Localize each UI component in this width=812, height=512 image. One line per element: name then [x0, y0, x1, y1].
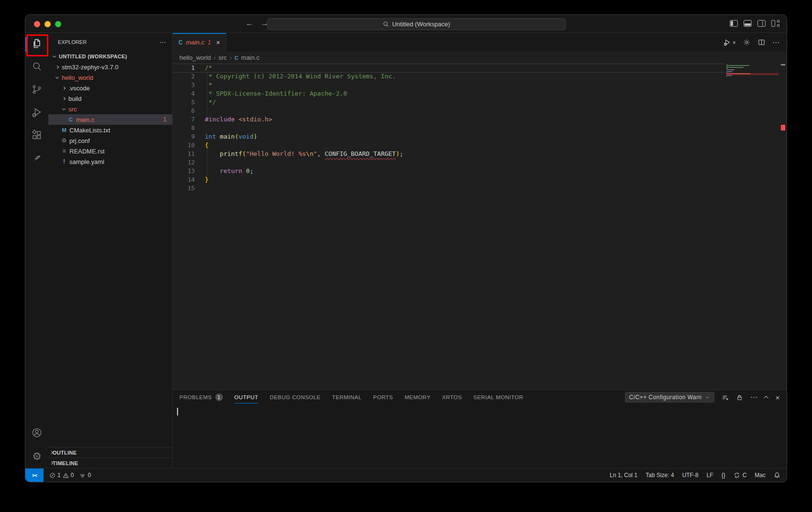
tree-item-stm32-zephyr-v3-7-0[interactable]: stm32-zephyr-v3.7.0: [48, 62, 172, 72]
activity-item-run-debug[interactable]: [25, 102, 48, 125]
tree-item-sample-yaml[interactable]: !sample.yaml: [48, 156, 172, 167]
close-window-button[interactable]: [34, 21, 40, 27]
panel-tab-xrtos[interactable]: XRTOS: [442, 390, 462, 404]
tree-item--vscode[interactable]: .vscode: [48, 83, 172, 93]
gear-file-icon: ⚙: [60, 137, 68, 144]
lock-icon[interactable]: [736, 394, 743, 401]
minimap[interactable]: [725, 64, 779, 390]
breadcrumb-item[interactable]: main.c: [241, 54, 259, 61]
tree-item-readme-rst[interactable]: ≡README.rst: [48, 146, 172, 156]
minimize-window-button[interactable]: [44, 21, 51, 27]
dropdown-label: C/C++ Configuration Warn: [629, 394, 702, 401]
navigate-back-button[interactable]: ←: [245, 19, 254, 28]
activity-item-search[interactable]: [25, 56, 48, 79]
tree-item-label: main.c: [76, 116, 94, 123]
cursor-position[interactable]: Ln 1, Col 1: [610, 472, 637, 479]
panel-tab-problems[interactable]: PROBLEMS1: [179, 390, 223, 404]
c-file-icon: C: [67, 117, 75, 122]
line-number: 8: [173, 124, 205, 132]
tree-item-main-c[interactable]: Cmain.c1: [48, 114, 172, 125]
section-label: TIMELINE: [53, 460, 78, 466]
bell-icon[interactable]: [774, 472, 780, 479]
code-editor[interactable]: 1/*2 * Copyright (c) 2012-2014 Wind Rive…: [173, 64, 787, 390]
tree-item-cmakelists-txt[interactable]: MCMakeLists.txt: [48, 125, 172, 135]
section-outline[interactable]: OUTLINE: [48, 447, 172, 458]
line-number: 12: [173, 158, 205, 167]
breadcrumb-item[interactable]: hello_world: [179, 54, 211, 61]
close-panel-icon[interactable]: ×: [776, 393, 780, 402]
eol-indicator[interactable]: LF: [707, 472, 713, 479]
activity-item-settings[interactable]: ⚙: [25, 445, 48, 468]
tree-item-prj-conf[interactable]: ⚙prj.conf: [48, 135, 172, 146]
language-mode[interactable]: C: [734, 472, 747, 479]
panel-tab-debug-console[interactable]: DEBUG CONSOLE: [270, 390, 321, 404]
chevron-down-icon: [50, 55, 58, 58]
panel-tab-ports[interactable]: PORTS: [373, 390, 393, 404]
more-actions-icon[interactable]: ⋯: [772, 38, 780, 47]
panel-tab-badge: 1: [215, 393, 223, 401]
warning-count: 0: [71, 472, 74, 479]
command-center-search[interactable]: Untitled (Workspace): [267, 18, 566, 30]
code-line-11[interactable]: 11 printf("Hello World! %s\n", CONFIG_BO…: [173, 150, 787, 158]
gear-icon[interactable]: [743, 38, 751, 46]
activity-item-source-control[interactable]: [25, 79, 48, 102]
panel-tab-terminal[interactable]: TERMINAL: [332, 390, 362, 404]
braces-indicator[interactable]: {}: [722, 472, 725, 479]
breadcrumb-item[interactable]: src: [219, 54, 227, 61]
code-line-3[interactable]: 3 *: [173, 81, 787, 89]
tab-main-c[interactable]: C main.c 1 ×: [173, 33, 226, 52]
customize-layout-icon[interactable]: [771, 20, 780, 27]
tree-item-src[interactable]: src: [48, 104, 172, 114]
toggle-secondary-sidebar-icon[interactable]: [757, 20, 766, 27]
maximize-window-button[interactable]: [55, 21, 61, 27]
remote-indicator[interactable]: ><: [25, 468, 44, 482]
panel-tab-output[interactable]: OUTPUT: [234, 390, 258, 404]
tab-close-icon[interactable]: ×: [216, 39, 220, 46]
tree-item-build[interactable]: build: [48, 93, 172, 104]
code-line-9[interactable]: 9int main(void): [173, 132, 787, 141]
code-line-15[interactable]: 15: [173, 184, 787, 193]
activity-item-extensions[interactable]: [25, 125, 48, 148]
activity-item-accounts[interactable]: [25, 422, 48, 445]
activity-item-zephyr[interactable]: [25, 148, 48, 171]
panel-tab-memory[interactable]: MEMORY: [405, 390, 431, 404]
line-number: 1: [173, 64, 205, 72]
run-debug-file-button[interactable]: ∨: [723, 38, 736, 46]
vscode-window: ← → Untitled (Workspace) ⚙ EXPLORER ⋯ UN…: [25, 14, 787, 482]
code-line-6[interactable]: 6: [173, 107, 787, 115]
maximize-panel-icon[interactable]: [764, 395, 768, 400]
platform-indicator[interactable]: Mac: [755, 472, 766, 479]
panel-tab-serial-monitor[interactable]: SERIAL MONITOR: [473, 390, 523, 404]
toggle-panel-icon[interactable]: [744, 20, 752, 27]
chevron-right-icon: [50, 462, 53, 464]
tree-item-hello-world[interactable]: hello_world: [48, 72, 172, 83]
overview-ruler[interactable]: [779, 64, 787, 390]
tab-size[interactable]: Tab Size: 4: [645, 472, 674, 479]
ports-status[interactable]: 0: [79, 472, 91, 479]
c-file-icon: C: [178, 39, 183, 46]
code-line-2[interactable]: 2 * Copyright (c) 2012-2014 Wind River S…: [173, 72, 787, 81]
code-line-7[interactable]: 7#include <stdio.h>: [173, 115, 787, 124]
output-channel-dropdown[interactable]: C/C++ Configuration Warn: [625, 392, 714, 403]
code-line-8[interactable]: 8: [173, 124, 787, 132]
code-line-5[interactable]: 5 */: [173, 98, 787, 107]
chevron-right-icon: [53, 66, 61, 68]
problems-status[interactable]: 1 0: [49, 472, 74, 479]
clear-output-icon[interactable]: [722, 394, 729, 401]
code-line-1[interactable]: 1/*: [173, 64, 787, 72]
code-line-10[interactable]: 10{: [173, 141, 787, 150]
code-line-4[interactable]: 4 * SPDX-License-Identifier: Apache-2.0: [173, 89, 787, 98]
tree-root-workspace[interactable]: UNTITLED (WORKSPACE): [48, 51, 172, 62]
traffic-lights: [34, 21, 61, 27]
encoding[interactable]: UTF-8: [682, 472, 699, 479]
explorer-more-actions-icon[interactable]: ⋯: [159, 38, 167, 46]
code-line-13[interactable]: 13 return 0;: [173, 167, 787, 175]
code-line-14[interactable]: 14}: [173, 175, 787, 184]
split-editor-icon[interactable]: [757, 38, 766, 46]
section-timeline[interactable]: TIMELINE: [48, 458, 172, 468]
output-content[interactable]: [173, 404, 787, 468]
code-line-12[interactable]: 12: [173, 158, 787, 167]
toggle-primary-sidebar-icon[interactable]: [730, 20, 738, 27]
code-text: * SPDX-License-Identifier: Apache-2.0: [205, 89, 347, 98]
panel-more-actions-icon[interactable]: ⋯: [750, 393, 758, 402]
